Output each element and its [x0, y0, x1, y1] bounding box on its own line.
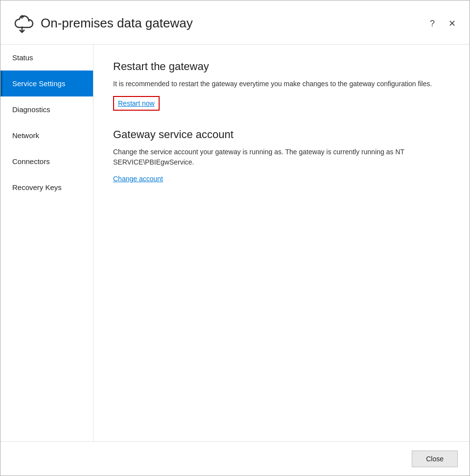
account-description: Change the service account your gateway …	[113, 147, 446, 167]
sidebar-item-diagnostics[interactable]: Diagnostics	[0, 96, 93, 122]
title-bar: On-premises data gateway ? ✕	[0, 0, 470, 45]
restart-description: It is recommended to restart the gateway…	[113, 79, 446, 89]
help-button[interactable]: ?	[426, 17, 439, 30]
app-title: On-premises data gateway	[41, 16, 426, 31]
close-button[interactable]: Close	[412, 451, 458, 467]
sidebar: Status Service Settings Diagnostics Netw…	[0, 45, 94, 441]
content-area: Restart the gateway It is recommended to…	[94, 45, 470, 441]
close-window-button[interactable]: ✕	[445, 17, 460, 30]
footer: Close	[0, 441, 470, 476]
window-controls: ? ✕	[426, 17, 460, 30]
sidebar-item-recovery-keys[interactable]: Recovery Keys	[0, 174, 93, 200]
main-layout: Status Service Settings Diagnostics Netw…	[0, 45, 470, 441]
restart-now-link[interactable]: Restart now	[118, 99, 155, 107]
account-title: Gateway service account	[113, 128, 450, 141]
restart-title: Restart the gateway	[113, 60, 450, 73]
change-account-link[interactable]: Change account	[113, 175, 163, 183]
gateway-account-section: Gateway service account Change the servi…	[113, 128, 450, 183]
sidebar-item-network[interactable]: Network	[0, 122, 93, 148]
app-icon	[10, 12, 34, 35]
sidebar-item-connectors[interactable]: Connectors	[0, 148, 93, 174]
sidebar-item-service-settings[interactable]: Service Settings	[0, 71, 93, 96]
restart-link-box: Restart now	[113, 96, 160, 111]
sidebar-item-status[interactable]: Status	[0, 45, 93, 71]
restart-section: Restart the gateway It is recommended to…	[113, 60, 450, 111]
